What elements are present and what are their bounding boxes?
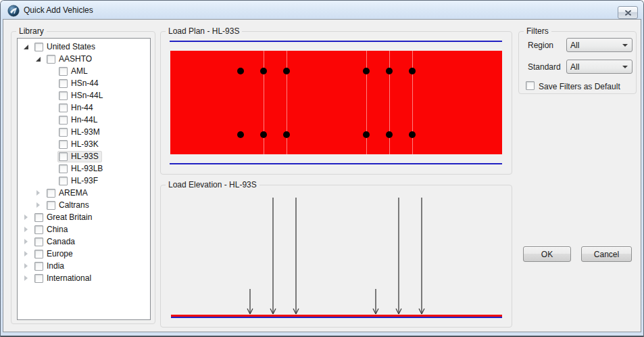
axle-line — [412, 51, 413, 154]
expand-icon[interactable] — [34, 202, 42, 208]
tree-item-body-arema[interactable]: AREMA — [45, 187, 91, 199]
expand-icon[interactable] — [22, 215, 30, 220]
region-label: Region — [528, 41, 553, 50]
close-icon — [625, 10, 631, 16]
tree-item-body-hl-93m[interactable]: HL-93M — [57, 127, 103, 138]
checkbox-hn-44l[interactable] — [59, 116, 68, 125]
tree-item-label: HL-93K — [71, 139, 99, 149]
tree-item-label: China — [47, 225, 68, 234]
load-elevation-diagram — [161, 185, 512, 327]
tree-item-europe[interactable]: Europe — [18, 248, 150, 260]
wheel-dot — [237, 131, 244, 138]
tree-item-label: Hn-44 — [71, 103, 93, 112]
tree-item-label: HSn-44 — [71, 78, 99, 88]
checkbox-hl-93m[interactable] — [59, 128, 68, 137]
library-group-label: Library — [16, 26, 47, 37]
tree-item-body-international[interactable]: International — [33, 273, 95, 284]
checkbox-hl-93k[interactable] — [59, 140, 68, 149]
tree-item-hl-93f[interactable]: HL-93F — [18, 175, 150, 187]
vehicle-library-tree[interactable]: United StatesAASHTOAMLHSn-44HSn-44LHn-44… — [17, 38, 151, 320]
tree-item-body-hl-93k[interactable]: HL-93K — [57, 139, 102, 150]
tree-item-body-hl-93f[interactable]: HL-93F — [57, 175, 101, 187]
tree-item-body-canada[interactable]: Canada — [33, 236, 78, 248]
tree-item-hl-93k[interactable]: HL-93K — [18, 138, 150, 150]
close-button[interactable] — [618, 6, 638, 19]
tree-item-aashto[interactable]: AASHTO — [18, 53, 150, 65]
dialog-client-area: Library United StatesAASHTOAMLHSn-44HSn-… — [3, 19, 641, 332]
checkbox-hn-44[interactable] — [59, 104, 68, 112]
tree-item-great-britain[interactable]: Great Britain — [18, 211, 150, 223]
tree-item-canada[interactable]: Canada — [18, 235, 150, 248]
library-groupbox: Library United StatesAASHTOAMLHSn-44HSn-… — [11, 31, 155, 324]
checkbox-hl-93lb[interactable] — [59, 164, 68, 173]
tree-item-body-aml[interactable]: AML — [57, 66, 91, 77]
checkbox-caltrans[interactable] — [47, 201, 55, 210]
app-icon — [7, 5, 20, 17]
tree-item-body-hsn-44[interactable]: HSn-44 — [57, 78, 102, 89]
vehicle-plan-footprint — [170, 51, 502, 154]
tree-item-hl-93m[interactable]: HL-93M — [18, 126, 150, 138]
expand-icon[interactable] — [22, 251, 30, 256]
ok-button-label: OK — [541, 250, 553, 259]
tree-item-hl-93lb[interactable]: HL-93LB — [18, 162, 150, 175]
checkbox-india[interactable] — [34, 262, 43, 271]
standard-selected-value: All — [570, 62, 579, 72]
checkbox-aashto[interactable] — [47, 55, 55, 64]
checkbox-arema[interactable] — [47, 189, 55, 198]
tree-item-hsn-44[interactable]: HSn-44 — [18, 77, 150, 89]
tree-item-united-states[interactable]: United States — [18, 41, 150, 53]
tree-item-body-china[interactable]: China — [33, 224, 71, 235]
tree-item-body-caltrans[interactable]: Caltrans — [45, 200, 93, 211]
checkbox-hsn-44[interactable] — [59, 79, 68, 88]
cancel-button-label: Cancel — [594, 250, 619, 259]
expand-icon[interactable] — [34, 190, 42, 196]
tree-item-china[interactable]: China — [18, 223, 150, 235]
checkbox-hl-93s[interactable] — [59, 152, 68, 161]
tree-item-hsn-44l[interactable]: HSn-44L — [18, 89, 150, 102]
tree-item-body-united-states[interactable]: United States — [33, 41, 99, 53]
wheel-dot — [283, 68, 290, 74]
standard-label: Standard — [528, 62, 561, 72]
save-filters-checkbox[interactable] — [526, 81, 535, 90]
checkbox-hl-93f[interactable] — [59, 177, 68, 185]
tree-item-label: Canada — [47, 237, 75, 246]
checkbox-canada[interactable] — [34, 238, 43, 246]
tree-item-body-hn-44l[interactable]: Hn-44L — [57, 114, 101, 126]
checkbox-international[interactable] — [34, 274, 43, 283]
tree-item-label: India — [47, 261, 64, 271]
tree-item-international[interactable]: International — [18, 272, 150, 284]
checkbox-aml[interactable] — [59, 67, 68, 76]
tree-item-body-hl-93lb[interactable]: HL-93LB — [57, 163, 106, 175]
cancel-button[interactable]: Cancel — [581, 246, 632, 262]
tree-item-aml[interactable]: AML — [18, 65, 150, 77]
tree-item-india[interactable]: India — [18, 260, 150, 272]
expand-icon[interactable] — [22, 239, 30, 244]
checkbox-great-britain[interactable] — [34, 213, 43, 222]
checkbox-china[interactable] — [34, 225, 43, 234]
tree-item-hn-44[interactable]: Hn-44 — [18, 102, 150, 114]
tree-item-caltrans[interactable]: Caltrans — [18, 199, 150, 211]
checkbox-united-states[interactable] — [34, 43, 43, 51]
tree-item-body-great-britain[interactable]: Great Britain — [33, 212, 95, 223]
tree-item-hn-44l[interactable]: Hn-44L — [18, 114, 150, 126]
tree-item-body-europe[interactable]: Europe — [33, 248, 76, 260]
collapse-icon[interactable] — [22, 45, 30, 49]
tree-item-hl-93s[interactable]: HL-93S — [18, 150, 150, 162]
region-dropdown[interactable]: All — [566, 38, 633, 52]
tree-item-body-hl-93s[interactable]: HL-93S — [57, 151, 102, 162]
title-bar[interactable]: Quick Add Vehicles — [1, 1, 643, 20]
tree-item-body-hsn-44l[interactable]: HSn-44L — [57, 90, 106, 102]
expand-icon[interactable] — [22, 227, 30, 232]
standard-dropdown[interactable]: All — [566, 60, 633, 74]
tree-item-body-india[interactable]: India — [33, 261, 68, 272]
ok-button[interactable]: OK — [523, 246, 571, 262]
tree-item-body-hn-44[interactable]: Hn-44 — [57, 102, 97, 114]
checkbox-hsn-44l[interactable] — [59, 91, 68, 100]
checkbox-europe[interactable] — [34, 250, 43, 259]
collapse-icon[interactable] — [34, 57, 42, 62]
tree-item-arema[interactable]: AREMA — [18, 187, 150, 199]
wheel-dot — [409, 68, 416, 74]
expand-icon[interactable] — [22, 275, 30, 281]
expand-icon[interactable] — [22, 263, 30, 269]
tree-item-body-aashto[interactable]: AASHTO — [45, 53, 95, 65]
